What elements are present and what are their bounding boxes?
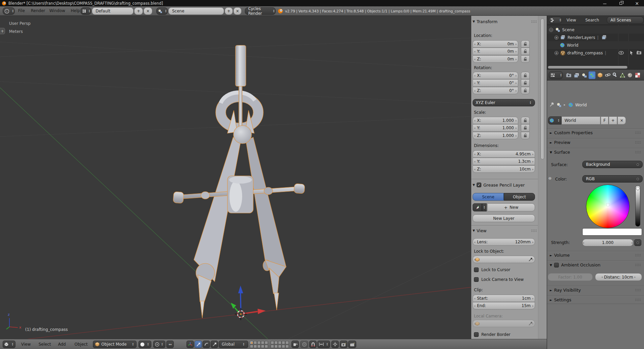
delete-screen-layout-button[interactable]: ×: [144, 7, 152, 15]
menu-file[interactable]: File: [18, 8, 25, 13]
renderlayers-badge-icon[interactable]: [602, 35, 607, 40]
gp-tab-scene[interactable]: Scene: [473, 193, 504, 201]
ray-visibility-panel-header[interactable]: ►Ray Visibility: [547, 286, 644, 294]
manipulator-z-arrow[interactable]: [238, 286, 243, 293]
lock-object-field[interactable]: [473, 256, 535, 263]
translate-manipulator-button[interactable]: [195, 341, 202, 348]
layer-3[interactable]: [257, 341, 261, 344]
scene-breadcrumb-icon[interactable]: [556, 102, 561, 107]
lock-location-x-button[interactable]: [521, 40, 530, 48]
editor-type-button[interactable]: ▴▾: [3, 341, 15, 348]
scrollbar-thumb[interactable]: [548, 66, 628, 69]
gp-new-layer-button[interactable]: New Layer: [473, 214, 535, 222]
lock-scale-z-button[interactable]: [521, 132, 530, 139]
viewport-menu-add[interactable]: Add: [58, 342, 66, 347]
scale-z-field[interactable]: Z:1.000: [473, 132, 518, 139]
rotation-x-field[interactable]: X:0°: [473, 72, 518, 79]
stepper[interactable]: ▴▾: [11, 9, 14, 13]
world-datablock-browse[interactable]: ▴▾: [548, 116, 561, 124]
panel-grip[interactable]: [635, 151, 641, 154]
tab-modifiers[interactable]: [611, 71, 619, 79]
layer-2[interactable]: [254, 341, 257, 344]
selectability-cursor-icon[interactable]: [630, 50, 634, 55]
tab-render[interactable]: [565, 71, 572, 79]
tab-world[interactable]: [588, 71, 596, 79]
visibility-eye-icon[interactable]: [619, 51, 624, 55]
stepper[interactable]: ▴▾: [529, 101, 532, 104]
minimize-button[interactable]: [599, 0, 610, 6]
fake-user-button[interactable]: F: [601, 116, 608, 124]
lock-rotation-y-button[interactable]: [521, 79, 530, 87]
stepper[interactable]: ▴▾: [559, 18, 562, 22]
volume-panel-header[interactable]: ►Volume: [547, 251, 644, 259]
add-scene-button[interactable]: +: [225, 7, 233, 15]
color-wheel-cursor[interactable]: [606, 203, 609, 206]
view-panel-header[interactable]: ▼View: [473, 228, 537, 234]
settings-panel-header[interactable]: ►Settings: [547, 296, 644, 303]
stepper[interactable]: ▴▾: [11, 343, 14, 346]
translate-manipulator[interactable]: [231, 286, 266, 314]
transform-orientation-dropdown[interactable]: Global ▴▾: [219, 341, 248, 348]
color-swatch[interactable]: [582, 228, 642, 236]
lock-rotation-x-button[interactable]: [521, 72, 530, 79]
stepper[interactable]: ▴▾: [557, 119, 560, 122]
editor-type-info-button[interactable]: i ▴▾: [3, 7, 15, 15]
rotate-manipulator-button[interactable]: [203, 341, 210, 348]
viewport-menu-view[interactable]: View: [21, 342, 31, 347]
snap-toggle[interactable]: [309, 341, 317, 348]
layer-17[interactable]: [274, 345, 278, 348]
local-camera-field[interactable]: [473, 320, 535, 327]
lock-camera-checkbox[interactable]: [474, 277, 479, 282]
tab-constraints[interactable]: [604, 71, 611, 79]
tab-object[interactable]: [596, 71, 604, 79]
value-slider[interactable]: [635, 186, 640, 227]
gp-source-stepper[interactable]: ▴▾: [482, 203, 487, 211]
menu-help[interactable]: Help: [71, 8, 80, 13]
scene-browse-button[interactable]: ▴▾: [156, 7, 168, 15]
lock-location-y-button[interactable]: [521, 48, 530, 55]
stepper[interactable]: ▴▾: [326, 343, 329, 346]
color-mode-dropdown[interactable]: RGB: [582, 175, 643, 183]
stepper[interactable]: ▴▾: [161, 343, 164, 346]
lock-to-scene-toggle[interactable]: [291, 341, 299, 348]
lens-field[interactable]: Lens:120mm: [473, 238, 535, 246]
lock-scale-x-button[interactable]: [521, 117, 530, 124]
layer-12[interactable]: [254, 345, 257, 348]
layer-6[interactable]: [271, 341, 274, 344]
lock-rotation-z-button[interactable]: [521, 87, 530, 94]
custom-properties-panel-header[interactable]: ►Custom Properties: [547, 129, 644, 136]
snap-target-button[interactable]: [331, 341, 339, 348]
tab-object-data[interactable]: [619, 71, 626, 79]
outliner-item-scene[interactable]: − Scene: [547, 26, 644, 34]
color-wheel[interactable]: [586, 185, 630, 228]
menu-window[interactable]: Window: [49, 8, 65, 13]
outliner-hscrollbar[interactable]: [547, 65, 644, 69]
grease-pencil-panel-header[interactable]: ▼✓Grease Pencil Layer: [473, 182, 537, 188]
toolbar-expand-tab[interactable]: +: [0, 28, 5, 34]
lock-scale-y-button[interactable]: [521, 124, 530, 132]
layer-15[interactable]: [265, 345, 268, 348]
dimension-y-field[interactable]: Y:1.3cm: [473, 158, 535, 165]
layer-5[interactable]: [265, 341, 268, 344]
stepper[interactable]: ▴▾: [272, 9, 275, 13]
close-button[interactable]: ×: [631, 0, 643, 6]
expand-icon[interactable]: +: [554, 36, 558, 40]
layer-9[interactable]: [282, 341, 285, 344]
restore-button[interactable]: [615, 0, 627, 6]
stepper[interactable]: ▴▾: [164, 9, 167, 13]
lock-to-cursor-row[interactable]: Lock to Cursor: [474, 267, 510, 272]
properties-display-button[interactable]: ▴▾: [549, 71, 563, 79]
expand-icon[interactable]: +: [554, 51, 558, 55]
pivot-center-dropdown[interactable]: ▴▾: [153, 341, 165, 348]
pin-icon[interactable]: [549, 102, 554, 107]
tab-scene[interactable]: [581, 71, 588, 79]
compass-model[interactable]: [173, 45, 305, 318]
outliner-scope-dropdown[interactable]: All Scenes: [607, 16, 644, 24]
unlink-datablock-button[interactable]: ×: [618, 116, 626, 124]
panel-grip[interactable]: [635, 289, 641, 292]
outliner-display-mode-button[interactable]: ▴▾: [549, 17, 562, 23]
grease-pencil-checkbox[interactable]: ✓: [477, 183, 481, 187]
outliner-item-renderlayers[interactable]: + RenderLayers |: [547, 34, 644, 41]
transform-panel-header[interactable]: ▼Transform: [473, 18, 537, 24]
dimension-z-field[interactable]: Z:10cm: [473, 165, 535, 173]
